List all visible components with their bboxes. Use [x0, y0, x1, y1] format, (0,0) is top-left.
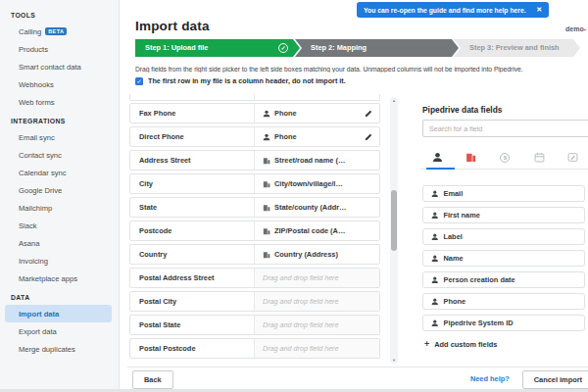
- sidebar-item-products[interactable]: Products: [0, 40, 119, 58]
- person-icon: [431, 298, 439, 306]
- table-scrollbar[interactable]: ▲ ▼: [390, 97, 398, 364]
- mapping-row-postcode: Postcode ZIP/Postal code (A…: [129, 220, 380, 241]
- calendar-icon: [534, 152, 545, 163]
- column-label: Postal Address Street: [130, 269, 255, 287]
- sidebar-item-smart-contact-data[interactable]: Smart contact data: [0, 58, 119, 75]
- close-icon[interactable]: ✕: [536, 6, 542, 14]
- mapped-field[interactable]: Phone: [255, 104, 379, 122]
- partial-row: [129, 94, 380, 101]
- drag-instructions: Drag fields from the right side picker t…: [135, 66, 586, 73]
- drop-target[interactable]: Drag and drop field here: [255, 316, 379, 334]
- person-icon: [431, 276, 439, 284]
- column-label: Postal State: [130, 316, 255, 334]
- mapping-row-fax-phone: Fax Phone Phone: [129, 103, 380, 123]
- cancel-import-button[interactable]: Cancel import: [522, 370, 588, 389]
- sidebar-item-webhooks[interactable]: Webhooks: [0, 75, 119, 93]
- column-label: Postcode: [130, 221, 255, 240]
- sidebar-section-data: DATA: [0, 287, 119, 305]
- sidebar-item-web-forms[interactable]: Web forms: [0, 93, 119, 111]
- sidebar-item-export-data[interactable]: Export data: [0, 322, 119, 340]
- page-title: Import data: [135, 19, 210, 33]
- field-list: Email First name Label Name: [422, 185, 585, 336]
- mapped-field[interactable]: ZIP/Postal code (A…: [255, 221, 379, 240]
- sidebar-item-calendar-sync[interactable]: Calendar sync: [0, 164, 119, 181]
- tab-calendar[interactable]: [522, 146, 557, 169]
- beta-badge: BETA: [45, 27, 67, 35]
- organization-icon: [263, 204, 270, 212]
- scroll-up-icon[interactable]: ▲: [390, 98, 398, 103]
- field-card-person-creation-date[interactable]: Person creation date: [422, 271, 585, 288]
- mapped-field[interactable]: City/town/village/l…: [255, 174, 379, 193]
- field-card-label[interactable]: Label: [422, 228, 585, 245]
- sidebar-item-email-sync[interactable]: Email sync: [0, 128, 119, 146]
- mapped-field[interactable]: State/county (Addr…: [255, 198, 379, 217]
- scroll-down-icon[interactable]: ▼: [390, 358, 398, 363]
- sidebar-item-asana[interactable]: Asana: [0, 234, 119, 252]
- mapping-row-state: State State/county (Addr…: [129, 197, 380, 218]
- person-icon: [431, 255, 439, 263]
- sidebar-item-marketplace-apps[interactable]: Marketplace apps: [0, 270, 119, 287]
- need-help-link[interactable]: Need help?: [470, 374, 510, 383]
- account-name: demo-: [565, 25, 586, 32]
- active-tab-underline: [426, 168, 455, 170]
- mapped-field[interactable]: Phone: [255, 127, 379, 146]
- tab-organization[interactable]: [455, 146, 489, 169]
- column-label: Postal City: [130, 292, 255, 311]
- sidebar-item-merge-duplicates[interactable]: Merge duplicates: [0, 340, 119, 358]
- step-upload-file[interactable]: Step 1: Upload file ✓: [135, 39, 300, 57]
- tooltip-text: You can re-open the guide and find more …: [364, 7, 530, 14]
- sidebar-item-import-data[interactable]: Import data: [5, 305, 112, 322]
- mapping-row-country: Country Country (Address): [129, 244, 380, 265]
- mapped-field[interactable]: Country (Address): [255, 245, 379, 264]
- note-icon: [567, 152, 578, 163]
- import-data-page: TOOLS CallingBETA Products Smart contact…: [0, 0, 588, 392]
- footer-bar: Back Need help? Cancel import: [127, 367, 588, 390]
- step-mapping[interactable]: Step 2: Mapping: [295, 39, 459, 57]
- column-label: State: [130, 198, 255, 217]
- tab-person[interactable]: [420, 146, 455, 169]
- edit-icon[interactable]: [365, 133, 372, 141]
- checkbox-checked-icon[interactable]: ✓: [135, 77, 143, 85]
- organization-icon: [263, 227, 270, 235]
- mapping-row-postal-state: Postal State Drag and drop field here: [129, 315, 380, 335]
- mapped-field[interactable]: Street/road name (…: [255, 151, 379, 170]
- column-label: Country: [130, 245, 255, 264]
- sidebar-item-google-drive[interactable]: Google Drive: [0, 181, 119, 199]
- mapping-row-postal-postcode: Postal Postcode Drag and drop field here: [129, 338, 380, 359]
- field-search-input[interactable]: [422, 120, 588, 137]
- field-card-pipedrive-system-id[interactable]: Pipedrive System ID: [422, 315, 585, 331]
- field-card-phone[interactable]: Phone: [422, 293, 585, 310]
- step-preview-finish[interactable]: Step 3: Preview and finish: [454, 39, 580, 57]
- drop-target[interactable]: Drag and drop field here: [255, 292, 379, 311]
- sidebar-item-calling[interactable]: CallingBETA: [0, 23, 119, 40]
- sidebar-section-tools: TOOLS: [0, 5, 119, 23]
- edit-icon[interactable]: [365, 110, 372, 118]
- plus-icon: +: [424, 339, 429, 349]
- sidebar-item-mailchimp[interactable]: Mailchimp: [0, 199, 119, 217]
- scrollbar-thumb[interactable]: [391, 190, 397, 251]
- drop-target[interactable]: Drag and drop field here: [255, 269, 379, 287]
- organization-icon: [466, 152, 476, 163]
- mapping-row-city: City City/town/village/l…: [129, 173, 380, 194]
- mapping-table: Fax Phone Phone Direct Phone Phone: [129, 94, 380, 362]
- column-label: Direct Phone: [130, 127, 255, 146]
- person-icon: [431, 212, 439, 220]
- tab-note[interactable]: [556, 146, 588, 169]
- person-icon: [432, 152, 443, 163]
- person-icon: [263, 110, 270, 118]
- person-icon: [431, 319, 439, 327]
- tab-deal[interactable]: $: [488, 146, 522, 169]
- main-content: You can re-open the guide and find more …: [120, 0, 588, 392]
- dollar-icon: $: [500, 153, 510, 163]
- column-label: City: [130, 174, 255, 193]
- sidebar-item-invoicing[interactable]: Invoicing: [0, 252, 119, 270]
- sidebar-item-contact-sync[interactable]: Contact sync: [0, 146, 119, 164]
- back-button[interactable]: Back: [132, 370, 173, 389]
- field-card-email[interactable]: Email: [422, 185, 585, 202]
- mapping-row-address-street: Address Street Street/road name (…: [129, 150, 380, 171]
- add-custom-fields-button[interactable]: + Add custom fields: [424, 339, 497, 349]
- field-card-name[interactable]: Name: [422, 250, 585, 267]
- sidebar-item-slack[interactable]: Slack: [0, 217, 119, 234]
- drop-target[interactable]: Drag and drop field here: [255, 339, 379, 358]
- field-card-first-name[interactable]: First name: [422, 207, 585, 223]
